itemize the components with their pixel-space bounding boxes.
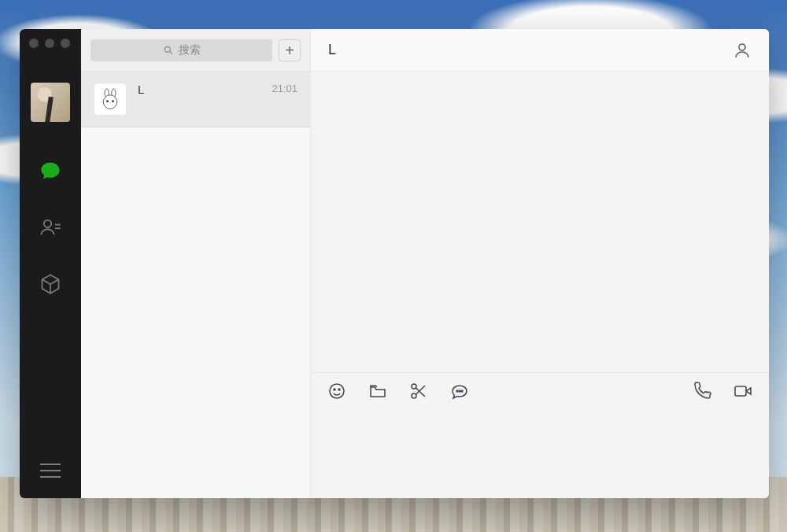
conversation-avatar [94,83,127,116]
conversation-item[interactable]: L 21:01 [81,72,310,127]
video-call-button[interactable] [733,381,753,401]
plus-icon: + [285,42,294,58]
svg-point-20 [459,390,460,392]
nav-contacts[interactable] [38,215,63,240]
conversation-name: L [138,83,144,96]
sidebar [20,29,81,498]
svg-point-10 [112,100,114,102]
sidebar-nav [38,158,63,297]
bunny-icon [99,88,121,110]
traffic-close[interactable] [29,39,39,48]
conversation-time: 21:01 [272,83,297,96]
conversation-meta: L 21:01 [138,83,297,96]
svg-point-9 [106,100,109,102]
window-controls [20,29,70,61]
svg-point-8 [103,95,117,109]
svg-point-13 [334,389,335,390]
scissors-icon [409,382,428,401]
screenshot-button[interactable] [408,381,429,401]
contacts-icon [39,216,61,238]
svg-point-4 [164,46,170,52]
svg-point-11 [739,44,745,50]
svg-point-12 [330,384,344,398]
phone-icon [693,382,711,401]
input-toolbar [311,373,769,409]
traffic-minimize[interactable] [45,39,54,48]
chat-panel: L [311,29,769,498]
svg-point-16 [412,393,416,398]
video-icon [733,382,752,401]
more-button[interactable] [449,381,470,401]
voice-call-button[interactable] [692,381,712,401]
search-bar: 搜索 + [81,29,310,72]
emoji-icon [327,382,346,401]
folder-icon [368,382,387,401]
emoji-button[interactable] [327,381,347,401]
search-icon [163,45,174,56]
conversation-list: 搜索 + L 21:01 [81,29,311,498]
svg-point-0 [44,220,51,227]
svg-point-14 [338,389,340,390]
cube-icon [39,273,61,295]
nav-chats[interactable] [38,158,63,183]
app-window: 搜索 + L 21:01 L [20,29,769,498]
search-input[interactable]: 搜索 [91,39,272,61]
message-area[interactable] [311,72,769,372]
message-input[interactable] [311,409,769,498]
chat-header: L [311,29,769,72]
person-icon[interactable] [733,41,752,60]
svg-point-21 [461,390,463,392]
svg-line-5 [169,51,172,54]
svg-point-15 [412,384,416,389]
traffic-zoom[interactable] [61,39,70,48]
user-avatar[interactable] [31,83,70,122]
search-placeholder: 搜索 [179,43,201,57]
chat-title: L [328,42,336,58]
chat-bubble-icon [450,382,469,401]
menu-button[interactable] [40,459,61,482]
nav-box[interactable] [38,272,63,297]
input-panel [311,372,769,498]
folder-button[interactable] [368,381,388,401]
add-button[interactable]: + [279,39,301,61]
chat-icon [39,160,61,182]
svg-rect-22 [735,386,746,396]
svg-point-19 [456,390,458,392]
